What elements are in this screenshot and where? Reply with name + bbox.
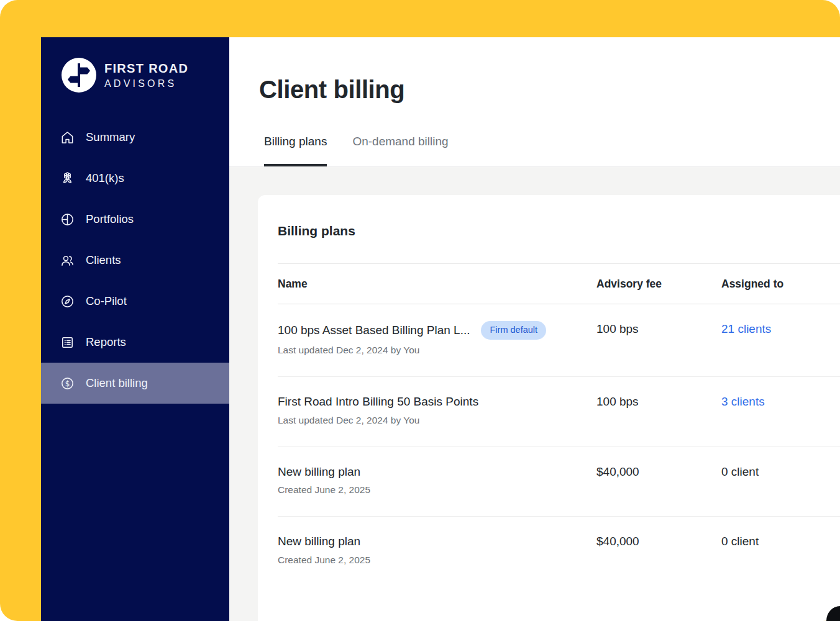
sidebar-nav: Summary 401(k)s [41, 117, 229, 404]
column-header-advisory-fee: Advisory fee [596, 278, 721, 291]
billing-plans-card: Billing plans Name Advisory fee Assigned… [258, 195, 840, 621]
plan-name-cell: First Road Intro Billing 50 Basis Points… [278, 394, 596, 426]
page-title: Client billing [259, 76, 840, 104]
advisory-fee-value: $40,000 [596, 533, 721, 566]
plan-name: New billing plan [278, 464, 360, 480]
people-icon [60, 253, 75, 268]
advisory-fee-value: 100 bps [596, 394, 721, 426]
svg-text:$: $ [65, 379, 70, 388]
tab-bar: Billing plans On-demand billing [259, 135, 840, 166]
plan-name-cell: New billing plan Created June 2, 2025 [278, 464, 596, 496]
plan-subtext: Last updated Dec 2, 2024 by You [278, 345, 596, 356]
page-header: Client billing Billing plans On-demand b… [229, 37, 840, 167]
report-list-icon [60, 335, 75, 350]
plan-name-cell: New billing plan Created June 2, 2025 [278, 533, 596, 566]
brand-name-line1: FIRST ROAD [104, 61, 188, 76]
main-area: Client billing Billing plans On-demand b… [229, 37, 840, 621]
plan-name-cell: 100 bps Asset Based Billing Plan L... Fi… [278, 321, 596, 356]
dollar-circle-icon: $ [60, 376, 75, 391]
sidebar-item-label: Summary [86, 130, 135, 144]
assigned-clients-link[interactable]: 3 clients [721, 394, 840, 426]
plan-subtext: Created June 2, 2025 [278, 555, 596, 566]
table-row[interactable]: New billing plan Created June 2, 2025 $4… [278, 517, 840, 586]
firm-default-badge: Firm default [481, 321, 546, 340]
sidebar-item-label: Client billing [86, 376, 148, 390]
brand-logo[interactable]: FIRST ROAD ADVISORS [41, 37, 229, 93]
table-header-row: Name Advisory fee Assigned to [278, 264, 840, 304]
yellow-frame: FIRST ROAD ADVISORS Summary [0, 0, 840, 621]
content-area: Billing plans Name Advisory fee Assigned… [229, 167, 840, 621]
table-row[interactable]: First Road Intro Billing 50 Basis Points… [278, 377, 840, 447]
pie-chart-icon [60, 212, 75, 227]
sidebar-item-copilot[interactable]: Co-Pilot [41, 281, 229, 322]
card-heading: Billing plans [278, 195, 840, 264]
plan-subtext: Created June 2, 2025 [278, 484, 596, 496]
advisory-fee-value: $40,000 [596, 464, 721, 496]
assigned-clients-link[interactable]: 21 clients [721, 321, 840, 356]
column-header-name: Name [278, 278, 596, 291]
sidebar-item-401ks[interactable]: 401(k)s [41, 158, 229, 199]
sidebar-item-reports[interactable]: Reports [41, 322, 229, 363]
sidebar-item-client-billing[interactable]: $ Client billing [41, 363, 229, 404]
assigned-clients-value: 0 client [721, 464, 840, 496]
sidebar-item-summary[interactable]: Summary [41, 117, 229, 158]
column-header-assigned-to: Assigned to [721, 278, 840, 291]
tab-billing-plans[interactable]: Billing plans [264, 135, 327, 166]
home-icon [60, 130, 75, 145]
assigned-clients-value: 0 client [721, 533, 840, 566]
sidebar-item-label: Portfolios [86, 212, 134, 226]
signpost-logo-icon [62, 58, 96, 93]
plan-name: 100 bps Asset Based Billing Plan L... [278, 322, 470, 338]
plan-name: First Road Intro Billing 50 Basis Points [278, 394, 478, 410]
sidebar-item-label: Co-Pilot [86, 294, 127, 308]
advisory-fee-value: 100 bps [596, 321, 721, 356]
sidebar-item-label: Clients [86, 253, 121, 267]
plan-name: New billing plan [278, 533, 360, 550]
brand-name-line2: ADVISORS [104, 78, 188, 89]
sidebar: FIRST ROAD ADVISORS Summary [41, 37, 229, 621]
compass-icon [60, 294, 75, 309]
table-row[interactable]: 100 bps Asset Based Billing Plan L... Fi… [278, 304, 840, 377]
sidebar-item-label: 401(k)s [86, 171, 124, 185]
sidebar-item-clients[interactable]: Clients [41, 240, 229, 281]
sidebar-item-label: Reports [86, 335, 126, 349]
plan-subtext: Last updated Dec 2, 2024 by You [278, 415, 596, 426]
flower-icon [60, 171, 75, 186]
app-window: FIRST ROAD ADVISORS Summary [41, 37, 840, 621]
table-row[interactable]: New billing plan Created June 2, 2025 $4… [278, 447, 840, 517]
brand-text: FIRST ROAD ADVISORS [104, 61, 188, 89]
sidebar-item-portfolios[interactable]: Portfolios [41, 199, 229, 240]
tab-on-demand-billing[interactable]: On-demand billing [352, 135, 448, 166]
